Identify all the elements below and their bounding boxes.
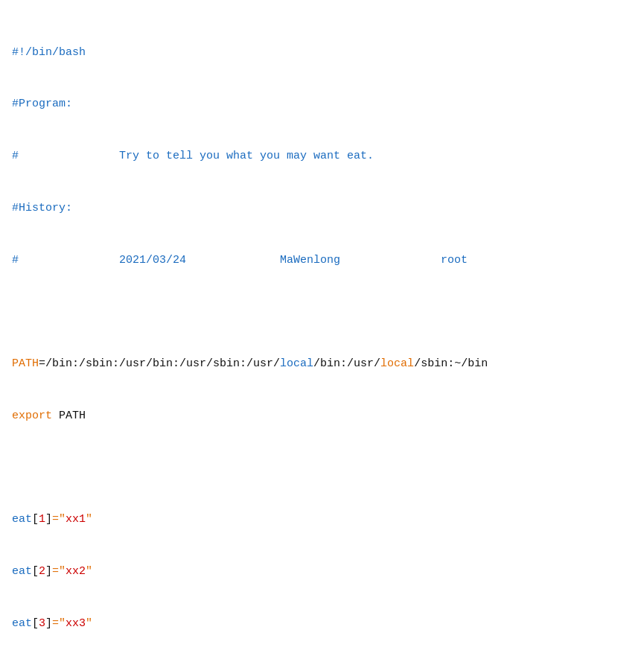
blank-2	[12, 459, 632, 477]
eat-1: eat[1]="xx1"	[12, 511, 632, 528]
blank-1	[12, 303, 632, 320]
comment-program-text: # Try to tell you what you may want eat.	[12, 147, 632, 165]
shebang-line: #!/bin/bash	[12, 44, 632, 61]
eat-3: eat[3]="xx3"	[12, 615, 632, 632]
code-editor: #!/bin/bash #Program: # Try to tell you …	[12, 9, 632, 650]
eat-2: eat[2]="xx2"	[12, 563, 632, 580]
path-line: PATH=/bin:/sbin:/usr/bin:/usr/sbin:/usr/…	[12, 355, 632, 372]
comment-history-label: #History:	[12, 200, 632, 217]
comment-program-label: #Program:	[12, 95, 632, 112]
comment-history-text: # 2021/03/24 MaWenlong root	[12, 252, 632, 269]
export-line: export PATH	[12, 407, 632, 424]
